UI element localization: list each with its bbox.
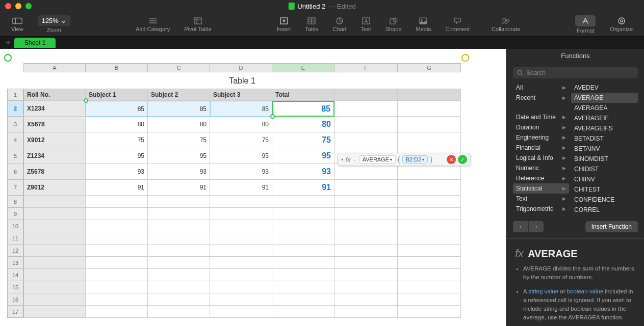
cell-c4[interactable]: 75: [148, 132, 210, 148]
formula-editor[interactable]: • fx ⌄ AVERAGE ▾ ( B2:D2 ▾ ) ✕ ✓: [338, 153, 471, 166]
function-item[interactable]: CHITEST: [571, 184, 638, 195]
cell-c14[interactable]: [148, 269, 210, 281]
cell-e10[interactable]: [272, 220, 334, 232]
col-header-c[interactable]: C: [148, 63, 210, 72]
category-item[interactable]: Text▶: [513, 194, 569, 204]
function-search[interactable]: [513, 67, 638, 78]
row-header-7[interactable]: 7: [7, 180, 23, 196]
cell-a6[interactable]: Z5678: [23, 164, 86, 180]
text-button[interactable]: A Text: [354, 15, 378, 34]
zoom-display[interactable]: 125% ⌄: [38, 15, 70, 26]
cell-a5[interactable]: Z1234: [23, 148, 86, 164]
cell-e16[interactable]: [272, 293, 334, 306]
col-header-e[interactable]: E: [272, 63, 334, 72]
cell-c1[interactable]: Subject 2: [148, 89, 210, 101]
cell-f12[interactable]: [334, 244, 398, 257]
cell-a1[interactable]: Roll No.: [23, 89, 86, 101]
cell-d6[interactable]: 93: [210, 164, 272, 180]
chevron-down-icon[interactable]: ⌄: [353, 157, 357, 162]
cell-c11[interactable]: [148, 232, 210, 244]
cell-a12[interactable]: [23, 244, 86, 257]
cell-b17[interactable]: [86, 306, 148, 318]
cell-b4[interactable]: 75: [86, 132, 148, 148]
zoom-button[interactable]: 125% ⌄ Zoom: [31, 13, 78, 35]
cell-c10[interactable]: [148, 220, 210, 232]
formula-cancel-button[interactable]: ✕: [447, 155, 456, 164]
cell-a2[interactable]: X1234: [23, 101, 86, 117]
pivot-table-button[interactable]: Pivot Table: [177, 15, 219, 34]
cell-c2[interactable]: 85: [148, 101, 210, 117]
cell-c17[interactable]: [148, 306, 210, 318]
cell-g9[interactable]: [398, 208, 461, 220]
cell-b1[interactable]: Subject 1: [86, 89, 148, 101]
cell-e11[interactable]: [272, 232, 334, 244]
cell-e7[interactable]: 91: [272, 180, 334, 196]
cell-e4[interactable]: 75: [272, 132, 334, 148]
cell-f2[interactable]: [334, 101, 398, 117]
insert-button[interactable]: Insert: [270, 15, 298, 34]
cell-g15[interactable]: [398, 281, 461, 293]
shape-button[interactable]: Shape: [378, 15, 409, 34]
cell-f13[interactable]: [334, 257, 398, 269]
col-header-b[interactable]: B: [86, 63, 148, 72]
cell-c16[interactable]: [148, 293, 210, 306]
row-header-11[interactable]: 11: [7, 232, 23, 244]
formula-function-token[interactable]: AVERAGE ▾: [359, 155, 396, 164]
cell-f4[interactable]: [334, 132, 398, 148]
chart-button[interactable]: Chart: [326, 15, 354, 34]
row-header-6[interactable]: 6: [7, 164, 23, 180]
cell-d2[interactable]: 85: [210, 101, 272, 117]
cell-a11[interactable]: [23, 232, 86, 244]
function-item[interactable]: BINOMDIST: [571, 154, 638, 164]
cell-g17[interactable]: [398, 306, 461, 318]
row-header-15[interactable]: 15: [7, 281, 23, 293]
cell-g12[interactable]: [398, 244, 461, 257]
row-header-9[interactable]: 9: [7, 208, 23, 220]
sheet-tab[interactable]: Sheet 1: [14, 38, 56, 48]
cell-g4[interactable]: [398, 132, 461, 148]
formula-reference-token[interactable]: B2:D2 ▾: [402, 155, 428, 164]
cell-c8[interactable]: [148, 196, 210, 208]
format-button[interactable]: Format: [568, 13, 603, 36]
cell-d3[interactable]: 80: [210, 117, 272, 132]
cell-c6[interactable]: 93: [148, 164, 210, 180]
cell-a4[interactable]: X9012: [23, 132, 86, 148]
cell-c13[interactable]: [148, 257, 210, 269]
cell-b5[interactable]: 95: [86, 148, 148, 164]
cell-b15[interactable]: [86, 281, 148, 293]
view-button[interactable]: View: [4, 15, 31, 34]
row-header-5[interactable]: 5: [7, 148, 23, 164]
function-item[interactable]: CHIINV: [571, 174, 638, 184]
cell-d11[interactable]: [210, 232, 272, 244]
cell-a13[interactable]: [23, 257, 86, 269]
row-header-17[interactable]: 17: [7, 306, 23, 318]
cell-g10[interactable]: [398, 220, 461, 232]
cell-f14[interactable]: [334, 269, 398, 281]
cell-c5[interactable]: 95: [148, 148, 210, 164]
cell-b2[interactable]: 85: [86, 101, 148, 117]
col-header-g[interactable]: G: [398, 63, 461, 72]
category-item[interactable]: Reference▶: [513, 173, 569, 183]
add-category-button[interactable]: Add Category: [128, 15, 177, 34]
nav-back-button[interactable]: ‹: [513, 221, 528, 232]
cell-c7[interactable]: 91: [148, 180, 210, 196]
category-item[interactable]: Statistical▶: [513, 183, 569, 194]
table-handle-top-left[interactable]: [4, 54, 12, 62]
cell-b11[interactable]: [86, 232, 148, 244]
cell-d15[interactable]: [210, 281, 272, 293]
cell-e2[interactable]: 85: [272, 101, 334, 117]
boolean-value-link[interactable]: boolean value: [567, 288, 604, 294]
cell-c12[interactable]: [148, 244, 210, 257]
table-handle-top-right[interactable]: [461, 54, 469, 62]
cell-e5[interactable]: 95: [272, 148, 334, 164]
function-item[interactable]: AVERAGEA: [571, 103, 638, 113]
col-header-f[interactable]: F: [334, 63, 398, 72]
function-item[interactable]: AVERAGE: [571, 93, 638, 103]
cell-f17[interactable]: [334, 306, 398, 318]
function-item[interactable]: CHIDIST: [571, 164, 638, 174]
string-value-link[interactable]: string value: [528, 288, 558, 294]
cell-f8[interactable]: [334, 196, 398, 208]
cell-c9[interactable]: [148, 208, 210, 220]
cell-a17[interactable]: [23, 306, 86, 318]
function-item[interactable]: AVERAGEIF: [571, 113, 638, 123]
